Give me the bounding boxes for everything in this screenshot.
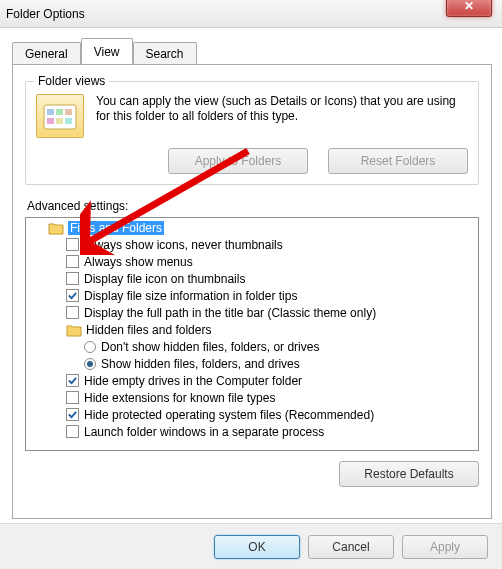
checkbox-icon[interactable] [66,289,79,302]
tab-strip: General View Search [0,38,502,64]
checkbox-icon[interactable] [66,408,79,421]
folder-icon [66,323,82,337]
folder-views-group: Folder views You can apply the view (suc… [25,81,479,185]
tree-option-label: Hide protected operating system files (R… [84,408,374,422]
checkbox-icon[interactable] [66,425,79,438]
svg-rect-6 [65,118,72,124]
tree-option-label: Always show menus [84,255,193,269]
apply-button[interactable]: Apply [402,535,488,559]
checkbox-icon[interactable] [66,391,79,404]
tree-option[interactable]: Show hidden files, folders, and drives [26,355,478,372]
tree-option-label: Display file icon on thumbnails [84,272,245,286]
advanced-settings-label: Advanced settings: [27,199,479,213]
checkbox-icon[interactable] [66,255,79,268]
tree-option[interactable]: Display the full path in the title bar (… [26,304,478,321]
svg-rect-4 [47,118,54,124]
tree-node-label: Hidden files and folders [86,323,211,337]
svg-rect-2 [56,109,63,115]
tree-option[interactable]: Display file icon on thumbnails [26,270,478,287]
tab-general[interactable]: General [12,42,81,65]
tab-search[interactable]: Search [133,42,197,65]
tree-option[interactable]: Always show menus [26,253,478,270]
titlebar: Folder Options ✕ [0,0,502,28]
ok-button[interactable]: OK [214,535,300,559]
checkbox-icon[interactable] [66,306,79,319]
checkbox-icon[interactable] [66,238,79,251]
folder-views-text: You can apply the view (such as Details … [84,94,468,138]
tree-node-files-and-folders[interactable]: Files and Folders [26,219,478,236]
folder-icon [48,221,64,235]
svg-rect-5 [56,118,63,124]
tree-option[interactable]: Hide extensions for known file types [26,389,478,406]
tree-option-label: Show hidden files, folders, and drives [101,357,300,371]
radio-icon[interactable] [84,341,96,353]
svg-rect-3 [65,109,72,115]
tree-node-label: Files and Folders [68,221,164,235]
reset-folders-button[interactable]: Reset Folders [328,148,468,174]
radio-icon[interactable] [84,358,96,370]
tree-option-label: Don't show hidden files, folders, or dri… [101,340,319,354]
restore-defaults-button[interactable]: Restore Defaults [339,461,479,487]
advanced-settings-tree[interactable]: Files and Folders Always show icons, nev… [25,217,479,451]
dialog-footer: OK Cancel Apply [0,523,502,569]
apply-to-folders-button[interactable]: Apply to Folders [168,148,308,174]
checkbox-icon[interactable] [66,272,79,285]
tab-panel-view: Folder views You can apply the view (suc… [12,64,492,519]
close-button[interactable]: ✕ [446,0,492,17]
tree-option[interactable]: Don't show hidden files, folders, or dri… [26,338,478,355]
tree-option[interactable]: Always show icons, never thumbnails [26,236,478,253]
cancel-button[interactable]: Cancel [308,535,394,559]
folder-views-icon [36,94,84,138]
tree-option-label: Launch folder windows in a separate proc… [84,425,324,439]
checkbox-icon[interactable] [66,374,79,387]
tree-node-hidden-files[interactable]: Hidden files and folders [26,321,478,338]
tree-option-label: Always show icons, never thumbnails [84,238,283,252]
tree-option[interactable]: Display file size information in folder … [26,287,478,304]
tree-option-label: Hide extensions for known file types [84,391,275,405]
tree-option[interactable]: Hide empty drives in the Computer folder [26,372,478,389]
window-title: Folder Options [6,7,85,21]
svg-rect-1 [47,109,54,115]
folder-views-legend: Folder views [34,74,109,88]
tab-view[interactable]: View [81,38,133,64]
tree-option-label: Hide empty drives in the Computer folder [84,374,302,388]
tree-option-label: Display file size information in folder … [84,289,297,303]
tree-option-label: Display the full path in the title bar (… [84,306,376,320]
tree-option[interactable]: Hide protected operating system files (R… [26,406,478,423]
svg-rect-0 [44,105,76,129]
tree-option[interactable]: Launch folder windows in a separate proc… [26,423,478,440]
